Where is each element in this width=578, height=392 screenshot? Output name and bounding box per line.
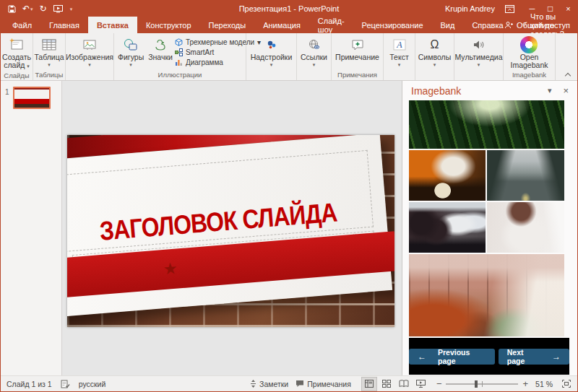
globe-link-icon <box>309 36 320 53</box>
shapes-button[interactable]: Фигуры ▾ <box>116 35 146 69</box>
addins-button[interactable]: Надстройки ▾ <box>249 35 295 69</box>
group-label-text <box>384 70 415 80</box>
language-indicator[interactable]: русский <box>79 380 106 388</box>
icons-button[interactable]: Значки <box>146 35 175 62</box>
group-addins: Надстройки ▾ <box>246 33 297 80</box>
panel-close-icon[interactable]: × <box>563 85 569 96</box>
group-label-images <box>66 70 113 80</box>
group-label-links <box>297 70 331 80</box>
collapse-ribbon-icon[interactable] <box>566 71 571 77</box>
ribbon: Создать слайд ▾ Слайды Таблица ▾ Таблицы <box>1 33 577 81</box>
slide-canvas[interactable]: ЗАГОЛОВОК СЛАЙДА ПОДЗАГОЛОВОК СЛАЙДА ★ <box>67 135 394 327</box>
links-button[interactable]: Ссылки ▾ <box>298 35 329 69</box>
zoom-out-button[interactable]: − <box>436 379 442 388</box>
panel-dropdown-icon[interactable]: ▾ <box>548 86 552 95</box>
redo-icon[interactable]: ↻ <box>40 4 47 13</box>
comment-bubble-icon <box>351 36 364 53</box>
text-a-icon: A <box>393 36 406 53</box>
zoom-percentage[interactable]: 51 % <box>535 380 553 388</box>
imagebank-wheel-icon <box>520 36 538 53</box>
group-multimedia: Мультимедиа ▾ <box>454 33 504 80</box>
open-imagebank-button[interactable]: Open Imagebank <box>509 35 551 70</box>
imagebank-image-writing-on-notepad[interactable] <box>409 150 486 201</box>
slideshow-view-button[interactable] <box>413 377 429 391</box>
imagebank-image-grass-macro[interactable] <box>409 100 564 149</box>
imagebank-image-women-at-computers[interactable] <box>409 202 486 253</box>
group-links: Ссылки ▾ <box>297 33 332 80</box>
table-button[interactable]: Таблица ▾ <box>32 35 66 69</box>
normal-view-button[interactable] <box>361 377 377 391</box>
tab-animations[interactable]: Анимация <box>254 17 309 33</box>
save-icon[interactable] <box>8 5 16 13</box>
text-button[interactable]: A Текст ▾ <box>387 35 410 69</box>
zoom-slider-thumb[interactable] <box>475 380 478 388</box>
group-imagebank: Open Imagebank Imagebank <box>504 33 556 80</box>
table-icon <box>42 36 56 53</box>
tab-view[interactable]: Вид <box>432 17 464 33</box>
group-slides: Создать слайд ▾ Слайды <box>1 33 33 80</box>
comment-filled-icon <box>296 380 304 388</box>
imagebank-image-rainy-forest-road[interactable] <box>487 150 564 201</box>
slide-sorter-view-button[interactable] <box>379 377 394 391</box>
person-icon <box>504 21 513 30</box>
duck-icon <box>153 36 168 53</box>
ribbon-tab-row: Файл Главная Вставка Конструктор Переход… <box>1 17 577 33</box>
group-label-tables: Таблицы <box>33 70 65 80</box>
undo-caret-icon: ▾ <box>30 6 33 12</box>
imagebank-pager: ← Previous page Next page → <box>409 338 569 375</box>
previous-page-button[interactable]: ← Previous page <box>409 349 495 365</box>
undo-icon[interactable]: ↶▾ <box>22 4 33 13</box>
ribbon-display-options-icon[interactable] <box>505 5 514 13</box>
symbols-button[interactable]: Ω Символы ▾ <box>416 35 453 69</box>
customize-qat-icon[interactable]: ▾ <box>69 6 73 12</box>
group-label-addins <box>246 70 296 80</box>
spellcheck-icon[interactable] <box>61 380 70 388</box>
tab-slideshow[interactable]: Слайд-шоу <box>309 17 353 33</box>
tab-transitions[interactable]: Переходы <box>200 17 255 33</box>
comments-toggle[interactable]: Примечания <box>296 380 351 388</box>
omega-icon: Ω <box>431 36 439 53</box>
next-page-button[interactable]: Next page → <box>499 349 569 365</box>
multimedia-button[interactable]: Мультимедиа ▾ <box>453 35 505 69</box>
arrow-left-icon: ← <box>418 352 426 362</box>
picture-icon <box>83 36 96 53</box>
tab-file[interactable]: Файл <box>4 17 40 33</box>
new-slide-button[interactable]: Создать слайд ▾ <box>0 35 33 71</box>
imagebank-image-autumn-forest-path[interactable] <box>409 254 564 336</box>
slide-editor-area[interactable]: ЗАГОЛОВОК СЛАЙДА ПОДЗАГОЛОВОК СЛАЙДА ★ <box>62 81 402 375</box>
imagebank-panel: Imagebank ▾ × ← Previous page <box>402 81 577 375</box>
share-button[interactable]: Общий доступ <box>504 17 570 33</box>
star-icon: ★ <box>163 261 178 278</box>
slide-thumbnail-panel: 1 <box>1 81 62 375</box>
bar-chart-icon <box>175 58 183 66</box>
images-button[interactable]: Изображения ▾ <box>64 35 116 69</box>
zoom-slider[interactable] <box>446 383 518 385</box>
tab-design[interactable]: Конструктор <box>137 17 200 33</box>
slide-counter: Слайд 1 из 1 <box>7 380 52 388</box>
group-label-comments: Примечания <box>332 70 383 80</box>
tab-insert[interactable]: Вставка <box>88 17 137 33</box>
group-label-symbols <box>415 70 454 80</box>
imagebank-image-woman-with-phone[interactable] <box>487 202 564 253</box>
slide-thumbnail[interactable] <box>13 87 51 109</box>
zoom-control: − + <box>436 379 528 388</box>
tab-home[interactable]: Главная <box>40 17 88 33</box>
tab-review[interactable]: Рецензирование <box>353 17 432 33</box>
smartart-icon <box>175 48 183 56</box>
shapes-icon <box>124 36 138 53</box>
titlebar: ↶▾ ↻ ▾ Презентация1 - PowerPoint Krupin … <box>1 1 577 17</box>
zoom-in-button[interactable]: + <box>522 379 528 388</box>
comment-button[interactable]: Примечание <box>333 35 381 62</box>
status-bar: Слайд 1 из 1 русский Заметки Примечания <box>1 375 577 391</box>
fit-slide-to-window-button[interactable] <box>560 377 573 391</box>
reading-view-button[interactable] <box>396 377 412 391</box>
group-text: A Текст ▾ <box>384 33 415 80</box>
notes-toggle[interactable]: Заметки <box>250 380 288 388</box>
addins-store-icon <box>266 36 277 53</box>
user-name[interactable]: Krupin Andrey <box>445 4 495 13</box>
slide-paper-card: ЗАГОЛОВОК СЛАЙДА ПОДЗАГОЛОВОК СЛАЙДА ★ <box>67 135 392 317</box>
start-slideshow-icon[interactable] <box>53 5 63 13</box>
quick-access-toolbar: ↶▾ ↻ ▾ <box>8 4 72 13</box>
group-illustrations: Фигуры ▾ Значки Трехмерные модели▾ <box>114 33 246 80</box>
group-comments: Примечание Примечания <box>332 33 384 80</box>
